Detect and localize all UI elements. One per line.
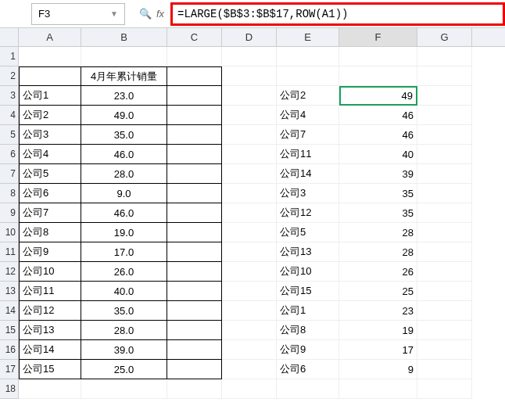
row-header-17[interactable]: 17 xyxy=(0,360,19,379)
cell-A13[interactable]: 公司11 xyxy=(19,282,81,301)
cell-A7[interactable]: 公司5 xyxy=(19,164,81,184)
cell-E9[interactable]: 公司12 xyxy=(277,203,339,223)
row-header-4[interactable]: 4 xyxy=(0,106,19,125)
cell-E1[interactable] xyxy=(277,47,339,66)
cell-C4[interactable] xyxy=(167,106,222,125)
cell-A5[interactable]: 公司3 xyxy=(19,125,81,145)
cell-C8[interactable] xyxy=(167,184,222,203)
cell-A11[interactable]: 公司9 xyxy=(19,242,81,262)
cell-F4[interactable]: 46 xyxy=(339,106,417,125)
cell-D5[interactable] xyxy=(222,125,277,145)
cell-E10[interactable]: 公司5 xyxy=(277,223,339,242)
cell-D16[interactable] xyxy=(222,340,277,360)
cell-E16[interactable]: 公司9 xyxy=(277,340,339,360)
cell-F17[interactable]: 9 xyxy=(339,360,417,379)
cell-B17[interactable]: 25.0 xyxy=(81,360,167,379)
chevron-down-icon[interactable]: ▼ xyxy=(110,9,118,18)
cell-B3[interactable]: 23.0 xyxy=(81,86,167,106)
cell-C16[interactable] xyxy=(167,340,222,360)
cell-G9[interactable] xyxy=(417,203,472,223)
cell-F12[interactable]: 26 xyxy=(339,262,417,282)
cell-E2[interactable] xyxy=(277,66,339,86)
cell-D18[interactable] xyxy=(222,379,277,399)
col-header-A[interactable]: A xyxy=(19,28,81,46)
cell-C9[interactable] xyxy=(167,203,222,223)
cell-F10[interactable]: 28 xyxy=(339,223,417,242)
cell-E8[interactable]: 公司3 xyxy=(277,184,339,203)
row-header-16[interactable]: 16 xyxy=(0,340,19,360)
cell-A17[interactable]: 公司15 xyxy=(19,360,81,379)
name-box[interactable]: F3 ▼ xyxy=(31,3,125,25)
cell-B9[interactable]: 46.0 xyxy=(81,203,167,223)
col-header-C[interactable]: C xyxy=(167,28,222,46)
row-header-15[interactable]: 15 xyxy=(0,321,19,340)
col-header-B[interactable]: B xyxy=(81,28,167,46)
cell-G1[interactable] xyxy=(417,47,472,66)
cell-A10[interactable]: 公司8 xyxy=(19,223,81,242)
select-all-corner[interactable] xyxy=(0,28,19,46)
cell-B16[interactable]: 39.0 xyxy=(81,340,167,360)
cell-A6[interactable]: 公司4 xyxy=(19,145,81,164)
cell-C6[interactable] xyxy=(167,145,222,164)
cell-G8[interactable] xyxy=(417,184,472,203)
cell-F16[interactable]: 17 xyxy=(339,340,417,360)
cell-B11[interactable]: 17.0 xyxy=(81,242,167,262)
row-header-6[interactable]: 6 xyxy=(0,145,19,164)
cell-E11[interactable]: 公司13 xyxy=(277,242,339,262)
row-header-2[interactable]: 2 xyxy=(0,66,19,86)
cell-G10[interactable] xyxy=(417,223,472,242)
cell-D7[interactable] xyxy=(222,164,277,184)
cell-F6[interactable]: 40 xyxy=(339,145,417,164)
col-header-E[interactable]: E xyxy=(277,28,339,46)
cell-E3[interactable]: 公司2 xyxy=(277,86,339,106)
cell-C10[interactable] xyxy=(167,223,222,242)
cell-A8[interactable]: 公司6 xyxy=(19,184,81,203)
cell-B15[interactable]: 28.0 xyxy=(81,321,167,340)
fx-icon[interactable]: fx xyxy=(156,8,164,20)
cell-B7[interactable]: 28.0 xyxy=(81,164,167,184)
cell-B14[interactable]: 35.0 xyxy=(81,301,167,321)
cell-F18[interactable] xyxy=(339,379,417,399)
row-header-5[interactable]: 5 xyxy=(0,125,19,145)
cell-E14[interactable]: 公司1 xyxy=(277,301,339,321)
cell-A3[interactable]: 公司1 xyxy=(19,86,81,106)
cell-A4[interactable]: 公司2 xyxy=(19,106,81,125)
col-header-F[interactable]: F xyxy=(339,28,417,46)
cell-A15[interactable]: 公司13 xyxy=(19,321,81,340)
cell-G12[interactable] xyxy=(417,262,472,282)
cell-G18[interactable] xyxy=(417,379,472,399)
row-header-1[interactable]: 1 xyxy=(0,47,19,66)
cell-B6[interactable]: 46.0 xyxy=(81,145,167,164)
cell-E13[interactable]: 公司15 xyxy=(277,282,339,301)
cell-C18[interactable] xyxy=(167,379,222,399)
cell-A1[interactable] xyxy=(19,47,81,66)
cell-C15[interactable] xyxy=(167,321,222,340)
cell-C5[interactable] xyxy=(167,125,222,145)
cell-G7[interactable] xyxy=(417,164,472,184)
cell-D15[interactable] xyxy=(222,321,277,340)
cell-A12[interactable]: 公司10 xyxy=(19,262,81,282)
cell-C2[interactable] xyxy=(167,66,222,86)
cell-D4[interactable] xyxy=(222,106,277,125)
row-header-9[interactable]: 9 xyxy=(0,203,19,223)
cell-A16[interactable]: 公司14 xyxy=(19,340,81,360)
cell-D14[interactable] xyxy=(222,301,277,321)
cell-G14[interactable] xyxy=(417,301,472,321)
cell-D2[interactable] xyxy=(222,66,277,86)
cell-G5[interactable] xyxy=(417,125,472,145)
cell-G6[interactable] xyxy=(417,145,472,164)
cell-F14[interactable]: 23 xyxy=(339,301,417,321)
search-icon[interactable]: 🔍 xyxy=(139,8,152,20)
cell-D10[interactable] xyxy=(222,223,277,242)
cell-D9[interactable] xyxy=(222,203,277,223)
row-header-8[interactable]: 8 xyxy=(0,184,19,203)
cell-F11[interactable]: 28 xyxy=(339,242,417,262)
cell-F2[interactable] xyxy=(339,66,417,86)
cell-B2[interactable]: 4月年累计销量 xyxy=(81,66,167,86)
cell-E7[interactable]: 公司14 xyxy=(277,164,339,184)
cell-C12[interactable] xyxy=(167,262,222,282)
cell-F3[interactable]: 49 xyxy=(339,86,417,106)
cell-E6[interactable]: 公司11 xyxy=(277,145,339,164)
cell-E17[interactable]: 公司6 xyxy=(277,360,339,379)
cell-D1[interactable] xyxy=(222,47,277,66)
